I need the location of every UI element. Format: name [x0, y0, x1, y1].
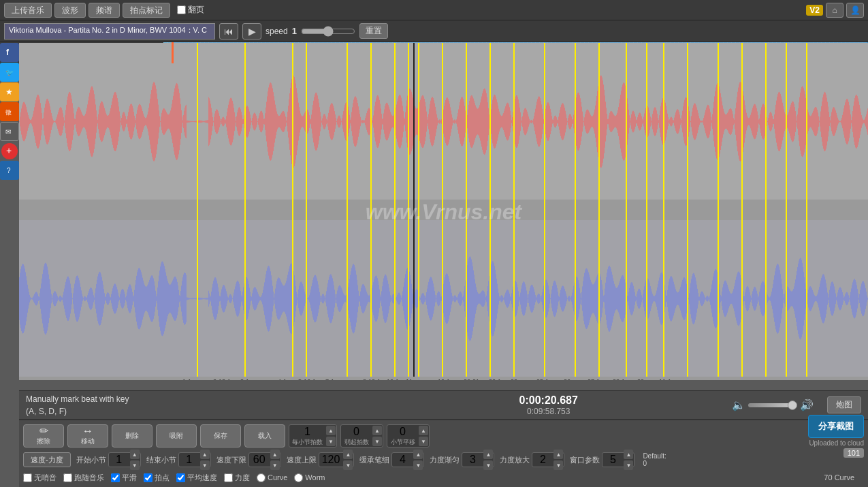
speed-max-up[interactable]: ▲ [343, 450, 353, 459]
waveform-button[interactable]: 波形 [54, 3, 86, 18]
save-button[interactable]: 保存 [200, 424, 241, 447]
smooth-checkbox-label[interactable]: 平滑 [111, 473, 137, 483]
smooth-group: 力度渐匀 3 ▲ ▼ [430, 452, 494, 467]
second-toolbar: Viktoria Mullova - Partita No. 2 in D Mi… [0, 20, 868, 42]
page-checkbox[interactable] [177, 5, 186, 14]
weibo-icon[interactable]: 微 [0, 102, 19, 121]
accompany-checkbox-label[interactable]: 跑随音乐 [63, 473, 104, 483]
user-icon[interactable]: 👤 [846, 3, 864, 18]
end-bar-control[interactable]: 1 ▲ ▼ [178, 452, 211, 467]
start-beat-control[interactable]: 0 弱起拍数 ▲ ▼ [340, 424, 383, 447]
add-icon[interactable]: + [1, 143, 18, 159]
curve-radio-label[interactable]: Curve [257, 473, 287, 482]
svg-text:🐦: 🐦 [5, 68, 14, 77]
strength-checkbox[interactable] [224, 473, 233, 482]
amplify-up[interactable]: ▲ [553, 450, 563, 459]
no-voice-checkbox[interactable] [23, 473, 32, 482]
erase-button[interactable]: ✏ 擦除 [23, 424, 64, 447]
window-arrows: ▲ ▼ [623, 449, 634, 471]
amplify-control[interactable]: 2 ▲ ▼ [532, 452, 564, 467]
start-bar-up[interactable]: ▲ [130, 450, 140, 459]
smooth-control[interactable]: 3 ▲ ▼ [462, 452, 494, 467]
speed-max-control[interactable]: 120 ▲ ▼ [319, 452, 355, 467]
curve-radio[interactable] [257, 473, 266, 482]
start-bar-down[interactable]: ▼ [130, 460, 140, 470]
top-toolbar: 上传音乐 波形 频谱 拍点标记 翻页 V2 ⌂ 👤 [0, 0, 868, 20]
start-beat-value: 0 [353, 426, 359, 438]
bar-offset-value: 0 [400, 426, 406, 438]
left-sidebar: f 🐦 ★ 微 ✉ + ? [0, 43, 19, 180]
strength-checkbox-label[interactable]: 力度 [224, 473, 250, 483]
worm-radio[interactable] [294, 473, 303, 482]
marker-button[interactable]: 拍点标记 [123, 3, 170, 18]
speed-min-down[interactable]: ▼ [270, 460, 280, 470]
upload-music-button[interactable]: 上传音乐 [4, 3, 52, 18]
volume-knob[interactable] [788, 400, 797, 410]
bar-offset-up[interactable]: ▲ [419, 426, 428, 435]
mail-icon[interactable]: ✉ [0, 122, 19, 141]
speed-min-control[interactable]: 60 ▲ ▼ [248, 452, 281, 467]
speed-max-label: 速度上限 [287, 455, 317, 465]
transition-down[interactable]: ▼ [413, 460, 423, 470]
per-bar-beats-up[interactable]: ▲ [326, 426, 336, 435]
play-button[interactable]: ▶ [242, 23, 261, 40]
bar-offset-control[interactable]: 0 小节平移 ▲ ▼ [387, 424, 430, 447]
load-button[interactable]: 载入 [244, 424, 285, 447]
reset-button[interactable]: 重置 [359, 23, 388, 39]
window-display: 5 [602, 454, 623, 466]
speed-tempo-button[interactable]: 速度-力度 [23, 452, 71, 467]
accompany-checkbox[interactable] [63, 473, 72, 482]
transition-up[interactable]: ▲ [413, 450, 423, 459]
avg-speed-checkbox[interactable] [176, 473, 185, 482]
delete-button[interactable]: 删除 [112, 424, 152, 447]
volume-track[interactable] [748, 403, 797, 407]
volume-slider[interactable]: 🔈 🔊 [732, 398, 814, 411]
share-screenshot-button[interactable]: 分享截图 [808, 415, 864, 438]
svg-text:?: ? [7, 167, 11, 174]
smooth-up[interactable]: ▲ [483, 450, 493, 459]
preview-button[interactable]: 炮图 [827, 396, 861, 413]
star-icon[interactable]: ★ [0, 82, 19, 101]
home-icon[interactable]: ⌂ [826, 3, 843, 18]
no-voice-checkbox-label[interactable]: 无哨音 [23, 473, 57, 483]
window-control[interactable]: 5 ▲ ▼ [602, 452, 634, 467]
start-beat-down[interactable]: ▼ [372, 437, 382, 446]
start-beat-label: 弱起拍数 [344, 438, 369, 447]
beat-point-checkbox-label[interactable]: 拍点 [144, 473, 170, 483]
start-beat-up[interactable]: ▲ [372, 426, 382, 435]
speed-slider[interactable] [301, 26, 355, 37]
facebook-icon[interactable]: f [0, 43, 19, 62]
amplify-group: 力度放大 2 ▲ ▼ [500, 452, 564, 467]
frequency-button[interactable]: 频谱 [89, 3, 120, 18]
per-bar-beats-control[interactable]: 1 每小节拍数 ▲ ▼ [289, 424, 337, 447]
bar-offset-down[interactable]: ▼ [419, 437, 428, 446]
avg-speed-checkbox-label[interactable]: 平均速度 [176, 473, 217, 483]
per-bar-beats-value: 1 [304, 426, 310, 438]
window-up[interactable]: ▲ [624, 450, 633, 459]
transition-control[interactable]: 4 ▲ ▼ [391, 452, 424, 467]
start-bar-control[interactable]: 1 ▲ ▼ [108, 452, 141, 467]
worm-radio-label[interactable]: Worm [294, 473, 325, 482]
main-waveform-area[interactable]: www.Vrnus.net [19, 43, 868, 380]
twitter-icon[interactable]: 🐦 [0, 63, 19, 82]
speed-min-up[interactable]: ▲ [270, 450, 280, 459]
absorb-button[interactable]: 吸附 [156, 424, 197, 447]
start-beat-arrows: ▲ ▼ [372, 425, 383, 447]
speed-min-group: 速度下限 60 ▲ ▼ [216, 452, 281, 467]
smooth-down[interactable]: ▼ [483, 460, 493, 470]
window-down[interactable]: ▼ [624, 460, 633, 470]
end-bar-down[interactable]: ▼ [200, 460, 210, 470]
amplify-down[interactable]: ▼ [553, 460, 563, 470]
right-icons: V2 ⌂ 👤 [806, 3, 864, 18]
smooth-checkbox[interactable] [111, 473, 120, 482]
amplify-label: 力度放大 [500, 455, 530, 465]
page-checkbox-label[interactable]: 翻页 [177, 4, 204, 16]
help-icon[interactable]: ? [0, 161, 19, 180]
beat-point-checkbox[interactable] [144, 473, 152, 482]
amplify-display: 2 [532, 454, 553, 466]
move-button[interactable]: ↔ 移动 [67, 424, 108, 447]
speed-max-down[interactable]: ▼ [343, 460, 353, 470]
end-bar-up[interactable]: ▲ [200, 450, 210, 459]
rewind-button[interactable]: ⏮ [219, 23, 238, 40]
per-bar-beats-down[interactable]: ▼ [326, 437, 336, 446]
